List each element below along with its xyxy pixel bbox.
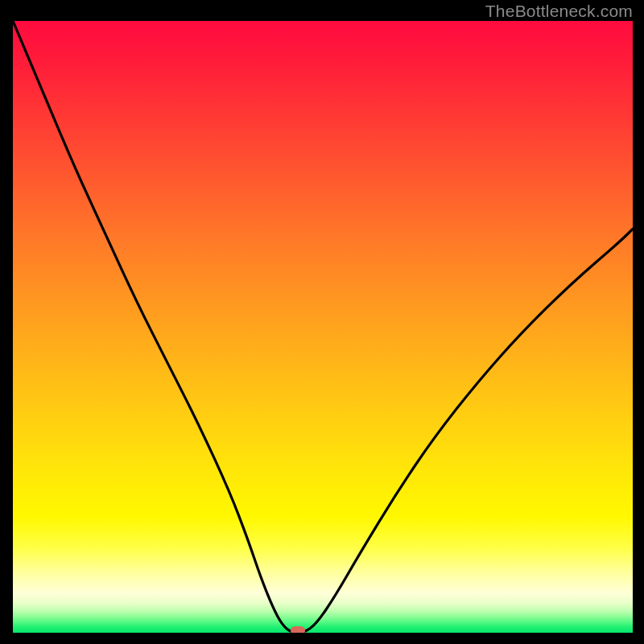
chart-frame: TheBottleneck.com — [0, 0, 644, 644]
optimal-point-marker — [291, 626, 305, 633]
bottleneck-curve — [13, 21, 633, 633]
plot-area — [13, 21, 633, 633]
watermark-text: TheBottleneck.com — [485, 2, 633, 21]
